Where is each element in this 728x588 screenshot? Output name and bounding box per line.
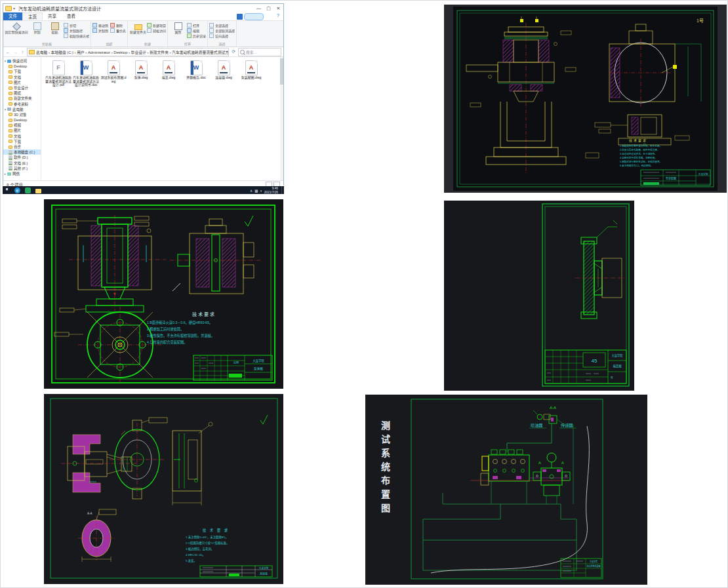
sidebar-item-drive-c[interactable]: 本地磁盘 (C:) (3, 149, 41, 155)
cloud-icon (237, 14, 243, 20)
refresh-icon[interactable]: ⟳ (230, 49, 237, 54)
svg-text:大连学院: 大连学院 (253, 359, 264, 363)
sidebar-item-pc-documents[interactable]: 文档 (3, 134, 41, 139)
properties-button[interactable]: 属性 (169, 22, 187, 42)
layout-drawing: A-A 喷油器 传感器 (365, 395, 647, 585)
show-desktop-button[interactable] (281, 186, 284, 194)
sidebar-item-pc-downloads[interactable]: 下载 (3, 139, 41, 144)
help-icon[interactable]: ? (277, 13, 279, 18)
group-label-clipboard: 剪贴板 (5, 42, 89, 47)
file-item[interactable]: A端盖.dwg (155, 60, 182, 80)
minimize-button[interactable]: — (254, 4, 264, 12)
sidebar-item-drawings[interactable]: 图纸 (3, 90, 41, 96)
close-button[interactable]: ✕ (273, 4, 283, 12)
file-item[interactable]: W汽车发动机油耗质量流量式测试方法设计说明书.doc (73, 60, 99, 87)
history-button[interactable]: 历史记录 (187, 33, 206, 38)
cut-button[interactable]: 剪切 (64, 23, 89, 28)
move-to-button[interactable]: 移动到 (92, 23, 108, 28)
scrollbar-thumb[interactable] (280, 58, 283, 85)
sidebar-item-thesis[interactable]: 毕业设计 (3, 85, 41, 90)
new-folder-button[interactable]: 新建文件夹 (129, 22, 147, 42)
end-cap-title-block: 45 大连学院 端盖图 件 (545, 350, 626, 383)
volume-icon[interactable]: ◖ (260, 189, 262, 193)
sidebar-item-videos[interactable]: 视频 (3, 123, 41, 128)
copy-to-button[interactable]: 复制到 (92, 28, 108, 33)
file-item[interactable]: A测试系统布置图.dwg (100, 60, 127, 83)
tab-file[interactable]: 文件 (3, 12, 22, 20)
pin-to-quick-access-button[interactable]: 固定到快速访问 (5, 22, 28, 42)
select-none-icon (209, 28, 214, 33)
sidebar-item-drive-e[interactable]: 文档 (E:) (3, 161, 41, 166)
sidebar-item-pc-desktop[interactable]: Desktop (3, 117, 41, 123)
qat-dropdown-icon[interactable]: ▾ (13, 6, 15, 10)
edge-browser-icon[interactable]: e (14, 187, 20, 193)
file-item[interactable]: W开题报告.doc (183, 60, 209, 80)
sidebar-item-references[interactable]: 参考资料 (3, 102, 41, 107)
quick-access-toolbar[interactable]: ▾ (3, 6, 17, 11)
sidebar-item-new-folder[interactable]: 新建文件夹 (3, 96, 41, 101)
end-cap-side-view (575, 220, 626, 319)
svg-text:4.与柱塞的配合见装配图。: 4.与柱塞的配合见装配图。 (147, 340, 187, 345)
rename-button[interactable]: 重命名 (110, 28, 126, 33)
breadcrumb[interactable]: 此电脑 › 本地磁盘 (C:) › 用户 › Administrator › D… (36, 49, 228, 55)
sidebar-item-documents[interactable]: 文档 (3, 75, 41, 80)
file-item[interactable]: A泵体.dwg (128, 60, 154, 80)
svg-text:1.装配前所有零件清洗干净，除去毛刺。: 1.装配前所有零件清洗干净，除去毛刺。 (620, 144, 662, 147)
freeform-boundary-curve (431, 426, 589, 573)
copy-path-icon (64, 28, 68, 33)
easy-access-button[interactable]: 轻松访问 (147, 28, 166, 33)
sidebar-item-drive-f[interactable]: 其他 (F:) (3, 166, 41, 171)
injector-label: 喷油器 (531, 423, 543, 428)
sidebar-section-this-pc[interactable]: ▾此电脑 (3, 107, 41, 112)
back-icon[interactable]: ← (5, 50, 11, 54)
cloud-plugin-button[interactable] (237, 13, 264, 20)
file-item[interactable]: A泵装配图.dwg (238, 60, 264, 80)
edit-button[interactable]: 编辑 (187, 28, 206, 33)
taskbar-clock[interactable]: 9:46 2021/7/26 (264, 187, 278, 193)
clock-date: 2021/7/26 (264, 191, 278, 194)
breadcrumb-field[interactable]: 此电脑 › 本地磁盘 (C:) › 用户 › Administrator › D… (27, 48, 229, 56)
pin-icon (12, 22, 21, 31)
copy-icon (33, 22, 41, 30)
sidebar-section-quick-access[interactable]: ▾快速访问 (3, 58, 41, 64)
ribbon-group-select: 全部选择 全部取消选择 反向选择 选择 (208, 21, 237, 47)
invert-selection-button[interactable]: 反向选择 (209, 33, 235, 38)
paste-shortcut-button[interactable]: 粘贴快捷方式 (64, 33, 89, 38)
svg-text:6.未注倒角均为C1，锐边倒钝。: 6.未注倒角均为C1，锐边倒钝。 (620, 164, 653, 167)
new-item-button[interactable]: 新建项目 (147, 23, 166, 28)
cad-flange-panel: A-A 技 术 要 求 1.未注倒角1×45°，未注圆角R1。 2.O形圈沟槽尺… (44, 394, 283, 584)
file-item[interactable]: A连接盘.dwg (211, 60, 237, 80)
tab-view[interactable]: 查看 (62, 12, 81, 20)
tab-home[interactable]: 主页 (22, 12, 43, 20)
network-icon[interactable]: ▦ (254, 189, 258, 193)
copy-path-button[interactable]: 复制路径 (64, 28, 89, 33)
select-all-button[interactable]: 全部选择 (209, 23, 235, 28)
copy-button[interactable]: 复制 (28, 22, 46, 42)
wps-app-icon[interactable] (25, 187, 31, 193)
sidebar-section-network[interactable]: ▸网络 (3, 171, 41, 176)
tab-share[interactable]: 共享 (43, 12, 62, 20)
up-icon[interactable]: ↑ (20, 50, 26, 54)
title-bar: ▾ 汽车发动机油耗质量流量式测试方法设计 — ▢ ✕ (3, 4, 283, 12)
sidebar-item-pc-pictures[interactable]: 图片 (3, 128, 41, 133)
start-button[interactable] (6, 188, 10, 193)
file-item[interactable]: F汽车发动机油耗质量流量式测试方法设计.pdf (45, 60, 71, 87)
sidebar-item-drive-d[interactable]: 软件 (D:) (3, 155, 41, 160)
file-explorer-taskbar-icon[interactable] (35, 189, 41, 193)
tray-expand-icon[interactable]: ∧ (250, 189, 253, 193)
sidebar-item-desktop[interactable]: Desktop (3, 64, 41, 69)
open-button[interactable]: 打开 (187, 23, 206, 28)
sidebar-item-music[interactable]: 音乐 (3, 144, 41, 149)
forward-icon[interactable]: → (12, 50, 18, 54)
delete-button[interactable]: 删除 (110, 23, 126, 28)
pump-body-drawing: 技 术 要 求 1.B面渗碳淬火深0.3－0.6，硬度HR60-65。 2.粗磨… (44, 199, 283, 389)
paste-button[interactable]: 粘贴 (46, 22, 64, 42)
group-label-open: 打开 (169, 42, 206, 47)
sidebar-item-3d-objects[interactable]: 3D 对象 (3, 112, 41, 117)
select-none-button[interactable]: 全部取消选择 (209, 28, 235, 33)
sidebar-item-downloads[interactable]: 下载 (3, 69, 41, 74)
vertical-scrollbar[interactable] (280, 57, 283, 180)
search-input[interactable]: 搜索… (238, 48, 281, 56)
maximize-button[interactable]: ▢ (264, 4, 273, 12)
sidebar-item-pictures[interactable]: 图片 (3, 80, 41, 85)
